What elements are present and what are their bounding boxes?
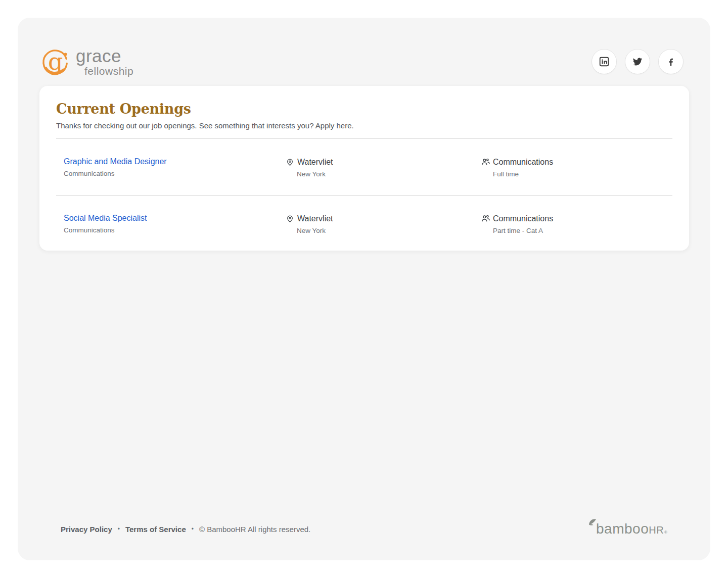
footer-links: Privacy Policy • Terms of Service • © Ba… xyxy=(61,525,310,534)
facebook-button[interactable] xyxy=(658,49,684,74)
svg-text:g: g xyxy=(48,48,63,75)
company-logo: g grace fellowship xyxy=(41,46,133,77)
bamboohr-logo: bambooHR® xyxy=(589,521,667,537)
registered-mark: ® xyxy=(664,530,667,535)
people-group-icon xyxy=(481,157,490,167)
twitter-icon xyxy=(632,56,643,67)
brand-name-secondary: fellowship xyxy=(84,66,133,76)
job-main: Graphic and Media Designer Communication… xyxy=(56,157,286,178)
bamboo-leaf-icon xyxy=(588,518,597,525)
page-shell: g grace fellowship xyxy=(18,18,710,560)
page-title: Current Openings xyxy=(56,101,672,117)
job-group-name: Communications xyxy=(493,158,553,167)
job-main: Social Media Specialist Communications xyxy=(56,214,286,234)
job-location: Watervliet New York xyxy=(286,214,481,234)
footer: Privacy Policy • Terms of Service • © Ba… xyxy=(18,521,710,560)
linkedin-icon xyxy=(599,56,610,67)
job-city: Watervliet xyxy=(297,214,333,223)
current-openings-card: Current Openings Thanks for checking out… xyxy=(39,86,689,251)
people-group-icon xyxy=(481,214,490,223)
job-row: Social Media Specialist Communications W… xyxy=(56,196,672,234)
job-city: Watervliet xyxy=(297,158,333,167)
linkedin-button[interactable] xyxy=(592,49,617,74)
job-row: Graphic and Media Designer Communication… xyxy=(56,139,672,196)
page-subtitle: Thanks for checking out our job openings… xyxy=(56,121,672,130)
terms-of-service-link[interactable]: Terms of Service xyxy=(125,525,186,534)
bullet-separator: • xyxy=(192,525,194,533)
location-pin-icon xyxy=(286,157,294,167)
job-state: New York xyxy=(297,170,481,178)
job-title-link[interactable]: Social Media Specialist xyxy=(64,214,147,223)
header: g grace fellowship xyxy=(18,18,710,86)
job-title-link[interactable]: Graphic and Media Designer xyxy=(64,157,167,166)
facebook-icon xyxy=(665,56,676,67)
social-buttons xyxy=(592,49,684,74)
job-department-label: Communications xyxy=(64,226,286,234)
bamboohr-hr-suffix: HR xyxy=(649,524,664,536)
job-location: Watervliet New York xyxy=(286,157,481,178)
job-group: Communications Full time xyxy=(481,157,672,178)
job-group-name: Communications xyxy=(493,214,553,223)
job-employment-type: Full time xyxy=(493,170,672,178)
location-pin-icon xyxy=(286,214,294,223)
openings-intro: Current Openings Thanks for checking out… xyxy=(56,101,672,139)
content-spacer xyxy=(18,251,710,521)
grace-logo-mark-icon: g xyxy=(41,46,71,77)
brand-name-primary: grace xyxy=(76,47,133,65)
job-department-label: Communications xyxy=(64,170,286,177)
copyright-text: © BambooHR All rights reserved. xyxy=(199,525,310,534)
job-state: New York xyxy=(297,227,481,234)
job-group: Communications Part time - Cat A xyxy=(481,214,672,234)
bullet-separator: • xyxy=(118,525,120,533)
twitter-button[interactable] xyxy=(625,49,650,74)
privacy-policy-link[interactable]: Privacy Policy xyxy=(61,525,112,534)
bamboohr-wordmark: bamboo xyxy=(596,521,649,537)
job-employment-type: Part time - Cat A xyxy=(493,227,672,234)
brand-text: grace fellowship xyxy=(76,47,133,76)
